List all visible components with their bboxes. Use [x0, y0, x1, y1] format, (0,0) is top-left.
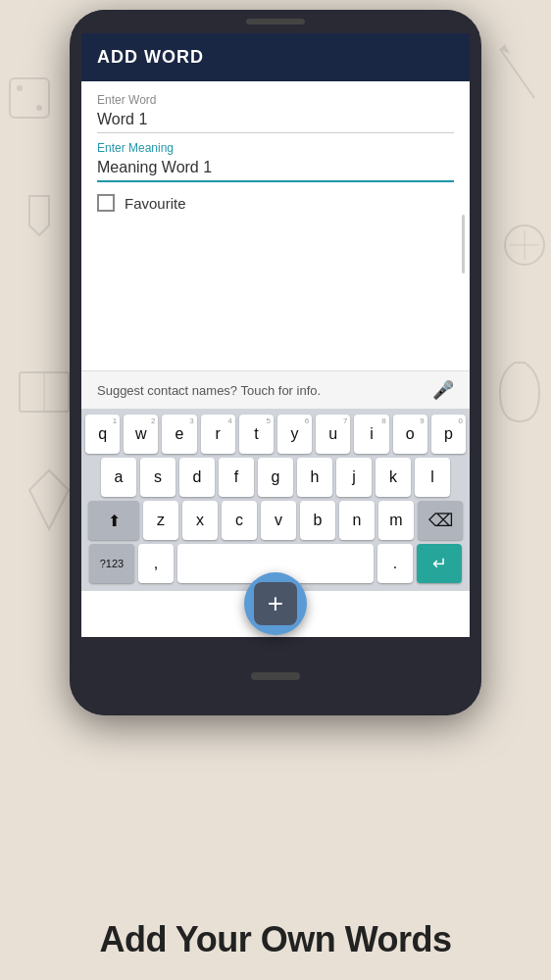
- suggestion-text: Suggest contact names? Touch for info.: [97, 383, 321, 398]
- app-title: ADD WORD: [97, 47, 204, 68]
- favourite-row[interactable]: Favourite: [97, 194, 454, 212]
- key-s[interactable]: s: [140, 458, 175, 497]
- key-t[interactable]: 5t: [239, 415, 274, 454]
- phone-frame: ADD WORD Enter Word Enter Meaning Favour…: [70, 10, 481, 715]
- phone-screen: ADD WORD Enter Word Enter Meaning Favour…: [81, 33, 470, 637]
- word-field: Enter Word: [97, 93, 454, 133]
- key-u[interactable]: 7u: [316, 415, 350, 454]
- word-label: Enter Word: [97, 93, 454, 107]
- meaning-input[interactable]: [97, 157, 454, 182]
- key-shift[interactable]: ⬆: [88, 501, 139, 540]
- fab-button[interactable]: +: [244, 572, 307, 635]
- mic-icon[interactable]: 🎤: [432, 379, 454, 401]
- key-j[interactable]: j: [336, 458, 372, 497]
- key-y[interactable]: 6y: [277, 415, 312, 454]
- key-g[interactable]: g: [258, 458, 293, 497]
- svg-marker-10: [29, 470, 69, 529]
- fab-icon: +: [254, 582, 297, 625]
- phone-top-bar: [70, 10, 481, 33]
- key-l[interactable]: l: [415, 458, 450, 497]
- key-backspace[interactable]: ⌫: [418, 501, 463, 540]
- svg-marker-4: [500, 44, 510, 54]
- meaning-label: Enter Meaning: [97, 141, 454, 155]
- key-d[interactable]: d: [179, 458, 215, 497]
- key-c[interactable]: c: [222, 501, 257, 540]
- svg-rect-0: [10, 78, 49, 118]
- favourite-checkbox[interactable]: [97, 194, 115, 212]
- key-n[interactable]: n: [339, 501, 375, 540]
- bottom-text: Add Your Own Words: [0, 919, 551, 960]
- key-f[interactable]: f: [219, 458, 254, 497]
- form-spacer: [81, 223, 470, 370]
- form-area: Enter Word Enter Meaning Favourite: [81, 81, 470, 223]
- app-header: ADD WORD: [81, 33, 470, 81]
- key-enter[interactable]: ↵: [417, 544, 462, 583]
- svg-point-2: [36, 105, 42, 111]
- fab-container: +: [244, 572, 307, 635]
- meaning-field: Enter Meaning: [97, 141, 454, 182]
- key-o[interactable]: 9o: [393, 415, 427, 454]
- key-h[interactable]: h: [297, 458, 332, 497]
- key-v[interactable]: v: [261, 501, 296, 540]
- key-a[interactable]: a: [101, 458, 136, 497]
- keyboard-row-3: ⬆ z x c v b n m ⌫: [85, 501, 466, 540]
- key-p[interactable]: 0p: [431, 415, 466, 454]
- svg-point-7: [505, 225, 544, 265]
- svg-line-3: [500, 49, 534, 98]
- key-k[interactable]: k: [376, 458, 411, 497]
- phone-bottom: [70, 637, 481, 715]
- svg-rect-5: [20, 372, 69, 412]
- keyboard-row-2: a s d f g h j k l: [85, 458, 466, 497]
- key-r[interactable]: 4r: [201, 415, 235, 454]
- svg-point-1: [17, 85, 23, 91]
- key-m[interactable]: m: [378, 501, 414, 540]
- key-x[interactable]: x: [182, 501, 218, 540]
- key-w[interactable]: 2w: [124, 415, 158, 454]
- key-b[interactable]: b: [300, 501, 335, 540]
- key-z[interactable]: z: [143, 501, 178, 540]
- favourite-label: Favourite: [125, 195, 186, 212]
- scrollbar[interactable]: [462, 215, 465, 273]
- key-comma[interactable]: ,: [138, 544, 174, 583]
- word-input[interactable]: [97, 109, 454, 133]
- key-period[interactable]: .: [377, 544, 413, 583]
- keyboard-row-1: 1q 2w 3e 4r 5t 6y 7u: [85, 415, 466, 454]
- key-q[interactable]: 1q: [85, 415, 120, 454]
- key-i[interactable]: 8i: [354, 415, 388, 454]
- key-e[interactable]: 3e: [162, 415, 196, 454]
- phone-speaker: [246, 19, 305, 24]
- keyboard: 1q 2w 3e 4r 5t 6y 7u: [81, 409, 470, 591]
- key-num[interactable]: ?123: [89, 544, 134, 583]
- keyboard-suggestion-bar[interactable]: Suggest contact names? Touch for info. 🎤: [81, 370, 470, 409]
- home-button[interactable]: [251, 672, 300, 680]
